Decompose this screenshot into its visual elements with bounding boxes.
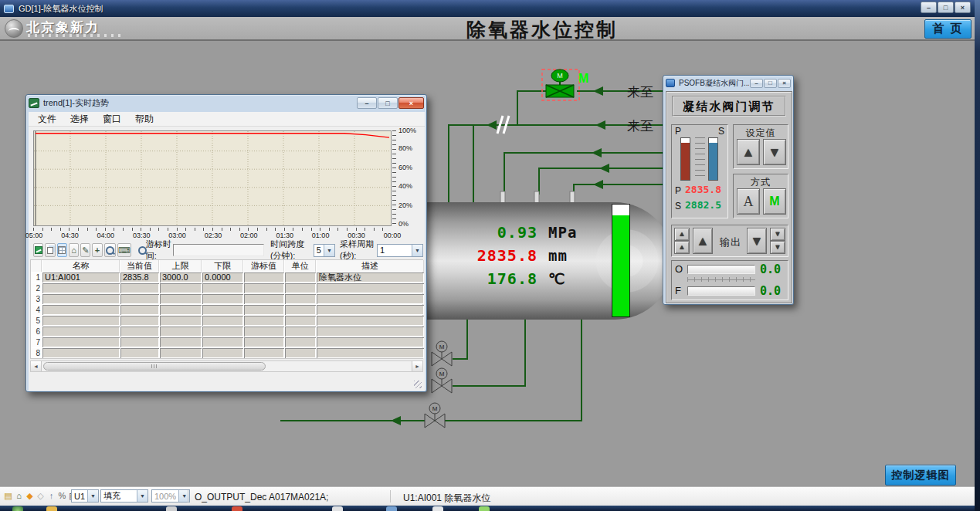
table-cell[interactable]	[244, 316, 284, 326]
output-down-button[interactable]: ▼	[747, 228, 767, 254]
trend-close-button[interactable]: ×	[398, 97, 424, 109]
zoom-icon[interactable]	[104, 243, 116, 257]
table-cell[interactable]	[42, 316, 120, 326]
table-cell[interactable]	[202, 348, 243, 358]
resize-grip[interactable]	[414, 381, 422, 388]
table-cell[interactable]	[42, 294, 120, 304]
edit-pen-icon[interactable]: ✎	[80, 243, 90, 257]
column-header[interactable]: 名称	[42, 260, 120, 272]
table-cell[interactable]	[42, 305, 120, 315]
table-view-icon[interactable]	[57, 243, 67, 257]
table-cell[interactable]	[285, 305, 316, 315]
gray-diamond-icon[interactable]: ◇	[36, 489, 46, 502]
table-cell[interactable]	[285, 283, 316, 293]
column-header[interactable]: 描述	[317, 260, 424, 272]
table-cell[interactable]	[244, 283, 284, 293]
zoom-combo[interactable]: 100%▼	[151, 489, 190, 503]
chevron-down-icon[interactable]: ▼	[87, 490, 98, 502]
table-cell[interactable]: U1:AI001	[42, 272, 120, 283]
output-fast-down-button-2[interactable]: ▼	[770, 241, 785, 254]
table-cell[interactable]	[244, 337, 284, 347]
table-cell[interactable]	[160, 316, 202, 326]
table-cell[interactable]	[317, 337, 424, 347]
table-cell[interactable]	[42, 283, 120, 293]
chevron-down-icon[interactable]: ▼	[137, 490, 148, 502]
taskbar-app-icon[interactable]	[332, 506, 343, 511]
open-folder-icon[interactable]: ▤	[3, 489, 13, 502]
table-cell[interactable]	[120, 316, 159, 326]
output-up-button[interactable]: ▲	[693, 228, 713, 254]
new-trend-icon[interactable]	[33, 243, 43, 257]
table-cell[interactable]	[244, 294, 284, 304]
dialog-minimize-button[interactable]: –	[750, 79, 763, 88]
home-icon[interactable]: ⌂	[14, 489, 24, 502]
motor-valve-icon[interactable]: M	[432, 341, 452, 366]
table-cell[interactable]	[202, 294, 243, 304]
table-cell[interactable]	[244, 348, 284, 358]
table-cell[interactable]	[317, 327, 424, 337]
table-cell[interactable]	[285, 337, 316, 347]
column-header[interactable]: 上限	[160, 260, 202, 272]
column-header[interactable]: 游标值	[244, 260, 284, 272]
unit-combo[interactable]: U1▼	[71, 489, 99, 503]
table-cell[interactable]	[202, 316, 243, 326]
os-minimize-button[interactable]: –	[921, 2, 937, 13]
trend-minimize-button[interactable]: –	[357, 97, 377, 109]
dialog-maximize-button[interactable]: □	[764, 79, 777, 88]
timespan-combo[interactable]: 5▼	[314, 244, 335, 257]
motor-valve-icon[interactable]: M	[432, 368, 452, 393]
column-header[interactable]: 下限	[202, 260, 243, 272]
table-cell[interactable]	[285, 316, 316, 326]
scroll-left-icon[interactable]: ◄	[31, 361, 42, 371]
table-cell[interactable]	[202, 327, 243, 337]
percent-scale-icon[interactable]: %	[57, 489, 67, 502]
table-cell[interactable]	[317, 294, 424, 304]
start-orb-icon[interactable]	[12, 506, 23, 511]
table-cell[interactable]	[244, 272, 284, 283]
table-cell[interactable]	[285, 348, 316, 358]
column-header[interactable]: 当前值	[120, 260, 159, 272]
taskbar-app-icon[interactable]	[166, 506, 177, 511]
control-logic-button[interactable]: 控制逻辑图	[885, 465, 956, 486]
up-arrow-icon[interactable]: ↑	[46, 489, 56, 502]
sample-rate-combo[interactable]: 1▼	[377, 244, 423, 257]
scroll-right-icon[interactable]: ►	[412, 361, 422, 371]
table-cell[interactable]	[120, 327, 159, 337]
table-cell[interactable]	[244, 327, 284, 337]
table-cell[interactable]	[202, 305, 243, 315]
motor-valve-icon[interactable]: M	[425, 403, 445, 428]
output-fast-down-button[interactable]: ▼	[770, 228, 785, 241]
home-button[interactable]: 首 页	[924, 19, 972, 39]
menu-file[interactable]: 文件	[32, 112, 63, 127]
column-header[interactable]: 单位	[285, 260, 316, 272]
condensate-motor-valve-icon[interactable]: M	[542, 69, 579, 100]
orange-diamond-icon[interactable]: ◆	[25, 489, 35, 502]
chevron-down-icon[interactable]: ▼	[412, 245, 422, 256]
fill-mode-combo[interactable]: 填充▼	[100, 489, 148, 503]
taskbar-app-icon[interactable]	[386, 506, 397, 511]
output-fast-up-button[interactable]: ▲	[674, 228, 690, 241]
table-cell[interactable]	[317, 316, 424, 326]
table-cell[interactable]	[120, 294, 159, 304]
table-cell[interactable]	[317, 348, 424, 358]
dialog-close-button[interactable]: ×	[778, 79, 791, 88]
table-cell[interactable]	[244, 305, 284, 315]
table-cell[interactable]: 0.0000	[202, 272, 243, 283]
taskbar-app-icon[interactable]	[232, 506, 242, 511]
keyboard-icon[interactable]: ⌨	[117, 243, 131, 257]
table-cell[interactable]: 3000.0	[160, 272, 202, 283]
windows-taskbar[interactable]	[0, 506, 980, 511]
table-cell[interactable]	[285, 327, 316, 337]
mode-manual-button[interactable]: M	[763, 188, 786, 215]
os-titlebar[interactable]: GD[1]-除氧器水位控制 – □ ×	[0, 0, 980, 17]
home-view-icon[interactable]: ⌂	[69, 243, 79, 257]
table-cell[interactable]	[42, 348, 120, 358]
table-cell[interactable]	[160, 283, 202, 293]
setpoint-down-button[interactable]: ▼	[763, 139, 786, 165]
cursor-time-input[interactable]	[173, 244, 264, 256]
table-cell[interactable]	[120, 348, 159, 358]
table-cell[interactable]	[202, 337, 243, 347]
table-cell[interactable]	[120, 283, 159, 293]
table-cell[interactable]	[120, 305, 159, 315]
menu-window[interactable]: 窗口	[97, 112, 127, 127]
